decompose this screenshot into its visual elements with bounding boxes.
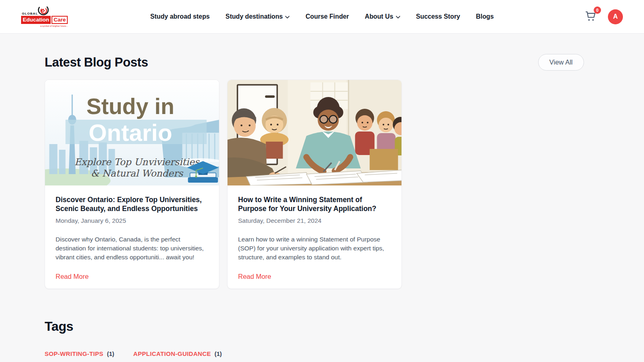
- card-body: Discover Ontario: Explore Top Universiti…: [45, 185, 219, 289]
- logo-care-text: Care: [52, 16, 68, 24]
- nav-label: Course Finder: [305, 13, 349, 20]
- nav-item-course-finder[interactable]: Course Finder: [305, 13, 349, 20]
- post-date: Saturday, December 21, 2024: [238, 217, 391, 224]
- image-headline-2: Ontario: [88, 119, 172, 146]
- nav-item-study-abroad-steps[interactable]: Study abroad steps: [150, 13, 210, 20]
- header-actions: 0 A: [584, 9, 623, 24]
- nav-item-study-destinations[interactable]: Study destinations: [225, 13, 290, 20]
- chevron-down-icon: [396, 16, 400, 19]
- post-date: Monday, January 6, 2025: [56, 217, 208, 224]
- blog-section-header: Latest Blog Posts View All: [45, 54, 584, 71]
- tag-count: (1): [107, 351, 114, 357]
- image-subline-1: Explore Top Unviviersities: [75, 157, 200, 167]
- image-headline-1: Study in: [86, 94, 174, 119]
- blog-card-ontario: Study in Ontario Explore Top Unviviersit…: [45, 80, 219, 289]
- tags-list: SOP-WRITING-TIPS (1) APPLICATION-GUIDANC…: [45, 350, 584, 357]
- logo-swirl-icon: [36, 5, 49, 17]
- post-title[interactable]: How to Write a Winning Statement of Purp…: [238, 196, 391, 213]
- post-image-ontario[interactable]: Study in Ontario Explore Top Unviviersit…: [45, 80, 219, 185]
- post-excerpt: Learn how to write a winning Statement o…: [238, 235, 391, 262]
- avatar[interactable]: A: [608, 9, 623, 24]
- chevron-down-icon: [285, 16, 290, 19]
- nav-item-blogs[interactable]: Blogs: [476, 13, 494, 20]
- nav-item-about-us[interactable]: About Us: [365, 13, 400, 20]
- cart-button[interactable]: 0: [584, 9, 597, 24]
- tag-count: (1): [215, 351, 222, 357]
- logo-global-text: GLOBAL: [22, 12, 38, 15]
- tag-label: SOP-WRITING-TIPS: [45, 350, 103, 357]
- nav-label: Success Story: [416, 13, 460, 20]
- cart-badge: 0: [594, 6, 601, 14]
- logo-tagline: a symbol of brighter future...: [41, 25, 68, 27]
- nav-item-success-story[interactable]: Success Story: [416, 13, 460, 20]
- tag-label: APPLICATION-GUIDANCE: [133, 350, 211, 357]
- main-nav: Study abroad steps Study destinations Co…: [68, 13, 576, 20]
- blog-card-list: Study in Ontario Explore Top Unviviersit…: [45, 80, 584, 289]
- ontario-illustration: Study in Ontario Explore Top Unviviersit…: [45, 80, 219, 185]
- post-image-classroom[interactable]: [228, 80, 401, 185]
- read-more-link[interactable]: Read More: [56, 273, 89, 280]
- classroom-illustration: [228, 80, 401, 185]
- nav-label: Blogs: [476, 13, 494, 20]
- main-content: Latest Blog Posts View All: [45, 54, 584, 357]
- logo-wordmark: Education Care: [21, 16, 68, 24]
- view-all-button[interactable]: View All: [538, 54, 584, 71]
- nav-label: Study destinations: [225, 13, 283, 20]
- post-title[interactable]: Discover Ontario: Explore Top Universiti…: [56, 196, 208, 213]
- post-excerpt: Discover why Ontario, Canada, is the per…: [56, 235, 208, 262]
- page-title: Latest Blog Posts: [45, 55, 148, 70]
- blog-card-sop: How to Write a Winning Statement of Purp…: [227, 80, 402, 289]
- card-body: How to Write a Winning Statement of Purp…: [228, 185, 401, 289]
- image-subline-2: & Natural Wonders: [91, 168, 183, 179]
- site-logo[interactable]: GLOBAL Education Care a symbol of bright…: [21, 5, 68, 28]
- tags-title: Tags: [45, 319, 584, 334]
- logo-education-text: Education: [21, 16, 51, 24]
- header: GLOBAL Education Care a symbol of bright…: [0, 0, 644, 34]
- tag-application-guidance[interactable]: APPLICATION-GUIDANCE (1): [133, 350, 222, 357]
- tag-sop-writing-tips[interactable]: SOP-WRITING-TIPS (1): [45, 350, 114, 357]
- nav-label: About Us: [365, 13, 393, 20]
- nav-label: Study abroad steps: [150, 13, 210, 20]
- read-more-link[interactable]: Read More: [238, 273, 271, 280]
